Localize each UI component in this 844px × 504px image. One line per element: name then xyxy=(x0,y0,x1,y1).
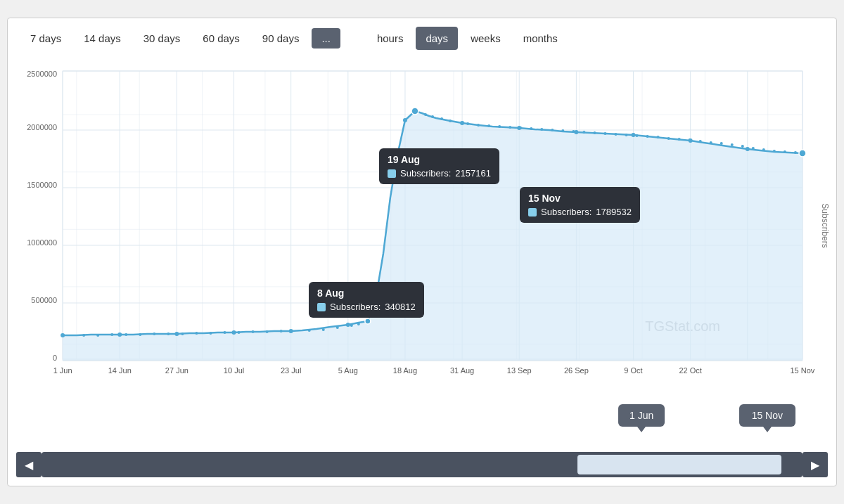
svg-point-77 xyxy=(572,130,575,133)
svg-point-62 xyxy=(357,323,360,325)
svg-point-74 xyxy=(540,128,543,131)
svg-point-71 xyxy=(509,126,511,129)
btn-30days[interactable]: 30 days xyxy=(134,27,191,50)
svg-point-49 xyxy=(167,332,170,335)
svg-point-30 xyxy=(232,330,236,335)
svg-point-68 xyxy=(477,124,480,127)
svg-text:23 Jul: 23 Jul xyxy=(281,366,301,375)
svg-point-66 xyxy=(449,119,452,122)
svg-text:13 Sep: 13 Sep xyxy=(507,366,532,375)
svg-point-51 xyxy=(195,332,198,335)
svg-point-69 xyxy=(487,124,490,127)
svg-point-28 xyxy=(117,332,122,337)
svg-point-94 xyxy=(752,147,755,150)
svg-point-32 xyxy=(346,323,350,327)
btn-weeks[interactable]: weeks xyxy=(461,27,511,50)
svg-point-33 xyxy=(365,318,371,324)
svg-point-34 xyxy=(403,118,407,122)
svg-point-98 xyxy=(794,151,797,154)
svg-text:5 Aug: 5 Aug xyxy=(338,366,358,375)
btn-dots[interactable]: ... xyxy=(312,28,340,49)
svg-point-88 xyxy=(689,138,691,141)
svg-text:0: 0 xyxy=(53,354,57,362)
btn-60days[interactable]: 60 days xyxy=(193,27,250,50)
svg-point-38 xyxy=(574,130,578,134)
svg-point-83 xyxy=(636,134,639,137)
svg-point-61 xyxy=(350,324,353,327)
svg-point-56 xyxy=(266,330,269,333)
svg-point-55 xyxy=(252,330,255,333)
svg-point-27 xyxy=(60,333,65,337)
svg-point-76 xyxy=(561,129,564,132)
svg-point-93 xyxy=(741,145,744,148)
svg-point-60 xyxy=(336,326,339,329)
svg-text:9 Oct: 9 Oct xyxy=(624,366,642,375)
svg-text:26 Sep: 26 Sep xyxy=(564,366,589,375)
btn-days[interactable]: days xyxy=(416,27,458,50)
svg-point-39 xyxy=(632,133,636,137)
svg-point-90 xyxy=(710,141,712,144)
svg-text:27 Jun: 27 Jun xyxy=(165,366,188,375)
svg-point-73 xyxy=(530,127,532,130)
scroll-left-btn[interactable]: ◀ xyxy=(16,452,41,477)
scroll-right-btn[interactable]: ▶ xyxy=(803,452,828,477)
svg-text:31 Aug: 31 Aug xyxy=(450,366,474,375)
svg-point-87 xyxy=(678,138,681,141)
chart-area: 0 500000 1000000 1500000 2000000 2500000 xyxy=(13,57,831,401)
main-container: 7 days 14 days 30 days 60 days 90 days .… xyxy=(7,18,837,486)
svg-text:15 Nov: 15 Nov xyxy=(790,366,814,375)
svg-point-46 xyxy=(124,333,127,336)
svg-point-97 xyxy=(784,150,786,153)
scroll-right-icon: ▶ xyxy=(811,458,819,472)
btn-months[interactable]: months xyxy=(513,27,568,50)
svg-point-79 xyxy=(593,131,596,134)
svg-text:1 Jun: 1 Jun xyxy=(53,366,72,375)
svg-point-53 xyxy=(224,331,226,334)
svg-point-84 xyxy=(646,135,649,138)
svg-point-59 xyxy=(322,328,325,331)
svg-point-82 xyxy=(625,134,627,136)
svg-point-57 xyxy=(280,330,283,332)
svg-point-36 xyxy=(460,121,464,125)
svg-point-45 xyxy=(110,333,113,336)
svg-point-72 xyxy=(519,127,522,129)
svg-text:1500000: 1500000 xyxy=(27,181,57,189)
range-badge-start: 1 Jun xyxy=(618,404,665,427)
svg-point-29 xyxy=(174,332,179,336)
scroll-left-icon: ◀ xyxy=(25,458,33,472)
svg-point-48 xyxy=(153,332,155,335)
btn-7days[interactable]: 7 days xyxy=(20,27,71,50)
svg-point-81 xyxy=(614,133,617,136)
btn-hours[interactable]: hours xyxy=(367,27,414,50)
svg-point-78 xyxy=(582,131,585,134)
chart-svg: 0 500000 1000000 1500000 2000000 2500000 xyxy=(13,57,831,401)
svg-point-92 xyxy=(731,143,734,146)
svg-point-80 xyxy=(603,132,606,135)
scrollbar: ◀ ▶ xyxy=(13,452,831,477)
scroll-track[interactable] xyxy=(41,452,803,477)
svg-point-43 xyxy=(82,334,85,337)
svg-point-50 xyxy=(181,332,184,335)
svg-text:14 Jun: 14 Jun xyxy=(108,366,132,375)
svg-point-75 xyxy=(551,129,554,131)
btn-90days[interactable]: 90 days xyxy=(252,27,309,50)
svg-text:Subscribers: Subscribers xyxy=(820,203,830,247)
svg-point-31 xyxy=(289,329,293,333)
svg-text:2000000: 2000000 xyxy=(27,123,57,131)
svg-point-96 xyxy=(773,150,776,153)
svg-point-52 xyxy=(209,332,212,335)
svg-point-67 xyxy=(466,122,469,125)
svg-text:10 Jul: 10 Jul xyxy=(224,366,244,375)
svg-text:500000: 500000 xyxy=(31,296,57,304)
toolbar: 7 days 14 days 30 days 60 days 90 days .… xyxy=(13,27,831,50)
svg-point-54 xyxy=(238,331,241,334)
svg-point-35 xyxy=(411,108,418,115)
btn-14days[interactable]: 14 days xyxy=(74,27,131,50)
svg-point-65 xyxy=(440,117,443,120)
svg-point-85 xyxy=(657,136,660,138)
svg-point-70 xyxy=(498,125,501,128)
scroll-thumb[interactable] xyxy=(577,455,781,474)
svg-point-41 xyxy=(746,147,750,151)
svg-point-89 xyxy=(699,140,702,143)
svg-text:2500000: 2500000 xyxy=(27,70,57,78)
